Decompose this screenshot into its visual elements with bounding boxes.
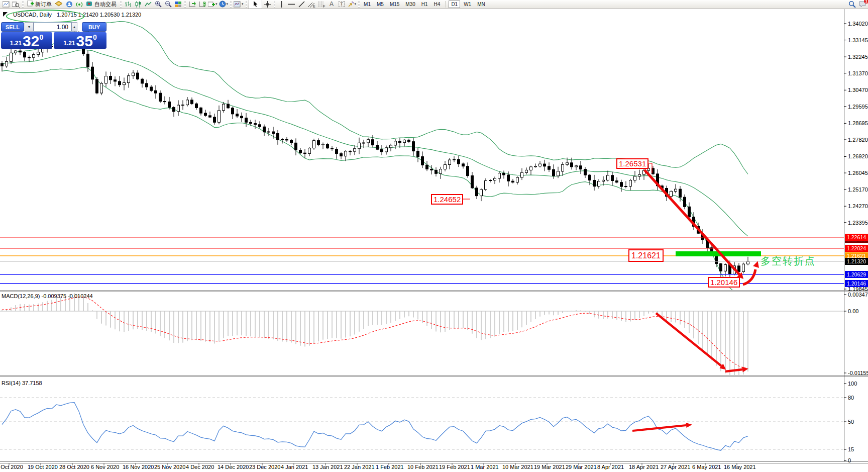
autotrading-button[interactable]: 自动交易 (84, 1, 119, 8)
date-tick-label: 16 May 2021 (724, 464, 756, 470)
buy-price-display[interactable]: 1.21350 (54, 32, 106, 49)
candle-body (250, 122, 252, 123)
arrows-tool[interactable]: ▾ (347, 1, 357, 8)
search-icon[interactable] (847, 1, 857, 8)
price-tick-label: 1.24270 (848, 203, 868, 209)
candle-body (218, 111, 221, 123)
text-label-tool[interactable]: T (337, 1, 347, 8)
timeframe-W1[interactable]: W1 (461, 1, 474, 8)
candle-body (204, 113, 207, 116)
candle-body (629, 180, 632, 186)
timeframe-M1[interactable]: M1 (361, 1, 373, 8)
chart-shift-icon[interactable] (187, 1, 197, 8)
cursor-tool[interactable] (249, 0, 262, 9)
volume-input[interactable] (34, 22, 71, 32)
timeframe-D1[interactable]: D1 (449, 1, 460, 8)
date-tick-label: 1 Mar 2021 (471, 464, 499, 470)
toolbar-grip (22, 1, 24, 8)
sell-button[interactable]: SELL (1, 22, 24, 32)
data-window-icon[interactable] (11, 1, 21, 8)
trendline-tool[interactable] (297, 1, 306, 8)
trend-arrow[interactable] (632, 425, 686, 431)
candle-body (480, 190, 483, 196)
chart-template-icon[interactable]: ▾ (233, 1, 244, 8)
candle-body (286, 140, 288, 140)
timeframe-MN[interactable]: MN (475, 1, 488, 8)
turning-point-label[interactable]: 多空转折点 (761, 254, 816, 268)
timeframe-H1[interactable]: H1 (419, 1, 430, 8)
timeframe-M5[interactable]: M5 (374, 1, 386, 8)
price-tick-label: 1.25170 (848, 186, 868, 193)
notifications-icon[interactable]: 1 (857, 1, 867, 8)
metaeditor-icon[interactable] (54, 1, 64, 8)
arrow-head (686, 423, 692, 428)
candle-body (209, 116, 211, 117)
horizontal-line-tool[interactable] (287, 1, 296, 8)
new-chart-icon[interactable]: ▾ (207, 1, 218, 8)
price-annotation-box[interactable]: 1.21621 (628, 249, 664, 262)
line-chart-icon[interactable] (143, 1, 153, 8)
candle-body (562, 164, 564, 171)
candle-body (381, 149, 383, 152)
volume-increase-button[interactable]: ▲ (71, 22, 77, 32)
date-tick-label: 27 Apr 2021 (661, 464, 690, 470)
candle-body (42, 49, 44, 52)
buy-button[interactable]: BUY (82, 22, 106, 32)
candle-body (584, 169, 587, 175)
symbol-circle-annotation[interactable] (6, 10, 84, 23)
candle-body (530, 167, 532, 170)
price-annotation-box[interactable]: 1.20146 (708, 277, 740, 288)
toolbar-grip (246, 1, 247, 8)
volume-decrease-button[interactable]: ▼ (25, 22, 34, 32)
new-order-button[interactable]: 新订单 (25, 1, 54, 8)
signals-icon[interactable] (74, 1, 84, 8)
candle-body (200, 108, 202, 113)
timeframe-M30[interactable]: M30 (403, 1, 417, 8)
candle-body (385, 148, 388, 152)
candlestick-icon[interactable] (133, 1, 143, 8)
candle-body (525, 170, 528, 172)
candle-body (146, 83, 148, 87)
zoom-out-icon[interactable] (163, 1, 173, 8)
rsi-tick-label: 100 (848, 381, 857, 387)
chart-canvas[interactable]: 1.340201.331451.322451.313701.304701.295… (0, 0, 868, 472)
timeframe-H4[interactable]: H4 (431, 1, 443, 8)
tile-windows-icon[interactable] (173, 1, 183, 8)
toolbar: 新订单 自动交易 ▾ ▾ ▾ E F A T ▾ M1M5M15M30H1H4D… (0, 0, 868, 9)
candle-body (304, 153, 306, 153)
one-click-trading-panel: SELL ▼ ▲ BUY 1.21320 1.21350 (1, 22, 106, 49)
timeframe-M15[interactable]: M15 (387, 1, 402, 8)
vertical-line-tool[interactable] (277, 1, 286, 8)
bar-chart-icon[interactable] (123, 1, 133, 8)
candle-body (10, 53, 13, 61)
fibonacci-tool[interactable]: F (317, 1, 327, 8)
candle-body (336, 149, 338, 154)
community-icon[interactable] (64, 1, 74, 8)
candle-body (254, 124, 257, 125)
candle-body (426, 165, 428, 169)
price-annotation-box[interactable]: 1.24652 (431, 194, 463, 205)
candles-series (1, 24, 749, 284)
zoom-in-icon[interactable] (153, 1, 163, 8)
price-annotation-box[interactable]: 1.26531 (616, 158, 648, 169)
chart-window-icon[interactable] (1, 1, 11, 8)
price-tick-label: 1.29595 (848, 104, 868, 110)
candle-body (223, 104, 225, 111)
clock-icon[interactable]: ▾ (219, 1, 229, 8)
trend-arrow[interactable] (725, 369, 742, 371)
candle-body (191, 100, 193, 104)
sell-price-display[interactable]: 1.21320 (1, 32, 52, 49)
text-tool[interactable]: A (327, 1, 337, 8)
candle-body (638, 174, 641, 176)
candle-body (580, 166, 582, 169)
crosshair-tool[interactable] (263, 1, 272, 8)
macd-tick-label: -0.01155 (848, 370, 868, 376)
auto-scroll-icon[interactable] (197, 1, 207, 8)
candle-body (571, 163, 573, 167)
macd-tick-label: 0.003475 (848, 292, 868, 298)
candle-body (24, 52, 26, 57)
candle-body (747, 261, 749, 264)
price-tick-label: 1.26920 (848, 153, 868, 159)
equidistant-channel-tool[interactable]: E (307, 1, 316, 8)
toolbar-grip (184, 1, 186, 8)
